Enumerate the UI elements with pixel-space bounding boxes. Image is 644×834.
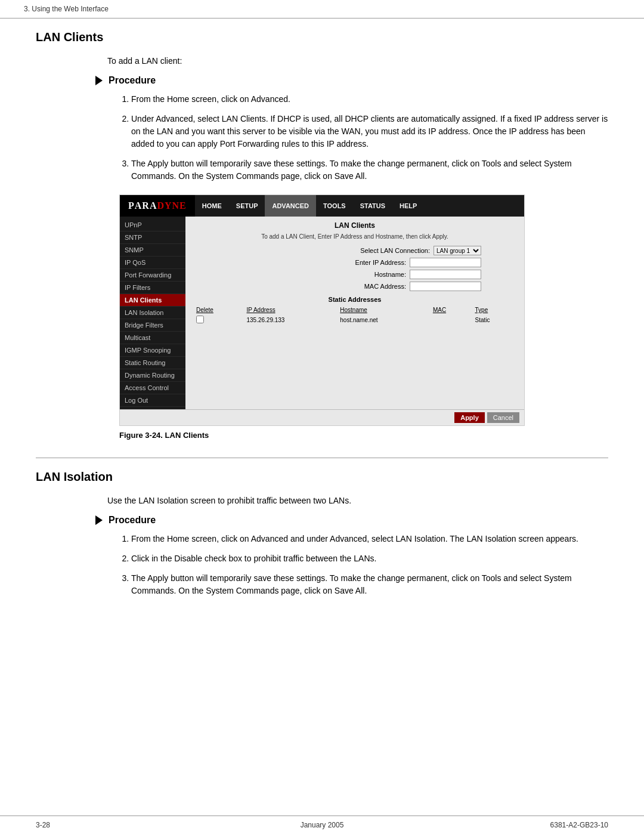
form-row-mac: MAC Address: [193, 282, 517, 291]
sidebar-staticrouting[interactable]: Static Routing [120, 357, 185, 369]
router-ui: PARADYNE HOME SETUP ADVANCED TOOLS STATU… [119, 194, 525, 426]
procedure-header-2: Procedure [95, 515, 608, 526]
sidebar-ipfilters[interactable]: IP Filters [120, 282, 185, 294]
row-delete-cell [193, 314, 243, 326]
footer-page-number: 3-28 [36, 821, 50, 829]
row-ip-cell: 135.26.29.133 [243, 314, 336, 326]
step-1-1: From the Home screen, click on Advanced. [131, 93, 608, 106]
breadcrumb: 3. Using the Web Interface [0, 0, 644, 18]
addresses-table: Delete IP Address Hostname MAC Type 135.… [193, 305, 517, 326]
procedure-steps-2: From the Home screen, click on Advanced … [119, 533, 608, 597]
section1-title: LAN Clients [36, 30, 608, 44]
ip-label: Enter IP Address: [355, 259, 406, 266]
step-2-2: Click in the Disable check box to prohib… [131, 552, 608, 565]
col-type: Type [472, 305, 517, 314]
mac-input[interactable] [410, 282, 481, 291]
procedure-steps-1: From the Home screen, click on Advanced.… [119, 93, 608, 183]
procedure-title-2: Procedure [109, 515, 156, 526]
form-row-lan: Select LAN Connection: LAN group 1 [193, 246, 517, 255]
static-addresses-title: Static Addresses [193, 296, 517, 303]
row-type-cell: Static [472, 314, 517, 326]
router-body: UPnP SNTP SNMP IP QoS Port Forwarding IP… [120, 217, 524, 409]
col-delete: Delete [193, 305, 243, 314]
delete-checkbox[interactable] [196, 316, 204, 323]
form-row-ip: Enter IP Address: [193, 258, 517, 267]
procedure-arrow-1 [95, 76, 103, 85]
row-hostname-cell: host.name.net [336, 314, 429, 326]
sidebar-lanisolation[interactable]: LAN Isolation [120, 307, 185, 319]
col-mac: MAC [429, 305, 472, 314]
section1-intro: To add a LAN client: [107, 56, 608, 66]
breadcrumb-text: 3. Using the Web Interface [24, 5, 109, 13]
nav-help[interactable]: HELP [392, 195, 424, 217]
router-sidebar: UPnP SNTP SNMP IP QoS Port Forwarding IP… [120, 217, 185, 409]
nav-bar: HOME SETUP ADVANCED TOOLS STATUS HELP [195, 195, 425, 217]
page-footer: 3-28 January 2005 6381-A2-GB23-10 [0, 816, 644, 834]
procedure-title-1: Procedure [109, 75, 156, 86]
select-lan-label: Select LAN Connection: [360, 247, 430, 254]
logo-para: P [128, 200, 135, 211]
nav-setup[interactable]: SETUP [229, 195, 265, 217]
sidebar-ipqos[interactable]: IP QoS [120, 257, 185, 269]
lan-connection-select[interactable]: LAN group 1 [434, 246, 481, 255]
col-hostname: Hostname [336, 305, 429, 314]
step-1-2: Under Advanced, select LAN Clients. If D… [131, 113, 608, 150]
sidebar-logout[interactable]: Log Out [120, 394, 185, 407]
panel-subtitle: To add a LAN Client, Enter IP Address an… [193, 233, 517, 240]
mac-label: MAC Address: [364, 283, 406, 290]
procedure-header-1: Procedure [95, 75, 608, 86]
hostname-input[interactable] [410, 270, 481, 279]
section2-title: LAN Isolation [36, 470, 608, 484]
panel-title: LAN Clients [193, 221, 517, 230]
apply-button[interactable]: Apply [454, 412, 485, 423]
hostname-label: Hostname: [374, 271, 406, 278]
procedure-arrow-2 [95, 515, 103, 525]
figure-caption: Figure 3-24. LAN Clients [119, 431, 525, 440]
footer-date: January 2005 [301, 821, 344, 829]
sidebar-multicast[interactable]: Multicast [120, 332, 185, 344]
step-1-3: The Apply button will temporarily save t… [131, 157, 608, 183]
sidebar-lanclients[interactable]: LAN Clients [120, 294, 185, 307]
sidebar-sntp[interactable]: SNTP [120, 231, 185, 244]
sidebar-bridgefilters[interactable]: Bridge Filters [120, 319, 185, 332]
nav-tools[interactable]: TOOLS [316, 195, 353, 217]
col-ip: IP Address [243, 305, 336, 314]
form-row-hostname: Hostname: [193, 270, 517, 279]
logo-dyne: DYNE [157, 200, 186, 211]
router-main-panel: LAN Clients To add a LAN Client, Enter I… [185, 217, 524, 409]
sidebar-snmp[interactable]: SNMP [120, 244, 185, 257]
router-footer: Apply Cancel [120, 409, 524, 425]
footer-doc-id: 6381-A2-GB23-10 [550, 821, 608, 829]
sidebar-dynamicrouting[interactable]: Dynamic Routing [120, 369, 185, 382]
sidebar-upnp[interactable]: UPnP [120, 219, 185, 231]
section2-intro: Use the LAN Isolation screen to prohibit… [107, 496, 608, 505]
table-row: 135.26.29.133 host.name.net Static [193, 314, 517, 326]
step-2-1: From the Home screen, click on Advanced … [131, 533, 608, 545]
row-mac-cell [429, 314, 472, 326]
nav-status[interactable]: STATUS [353, 195, 392, 217]
cancel-button[interactable]: Cancel [487, 412, 519, 423]
sidebar-igmpsnooping[interactable]: IGMP Snooping [120, 344, 185, 357]
ip-address-input[interactable] [410, 258, 481, 267]
sidebar-accesscontrol[interactable]: Access Control [120, 382, 185, 394]
router-logo: PARADYNE [120, 195, 195, 217]
step-2-3: The Apply button will temporarily save t… [131, 572, 608, 597]
nav-home[interactable]: HOME [195, 195, 229, 217]
section-divider [36, 458, 608, 458]
figure-container: PARADYNE HOME SETUP ADVANCED TOOLS STATU… [36, 194, 608, 440]
router-nav: PARADYNE HOME SETUP ADVANCED TOOLS STATU… [120, 195, 524, 217]
logo-full: ARA [135, 200, 157, 211]
nav-advanced[interactable]: ADVANCED [265, 195, 316, 217]
sidebar-portforward[interactable]: Port Forwarding [120, 269, 185, 282]
